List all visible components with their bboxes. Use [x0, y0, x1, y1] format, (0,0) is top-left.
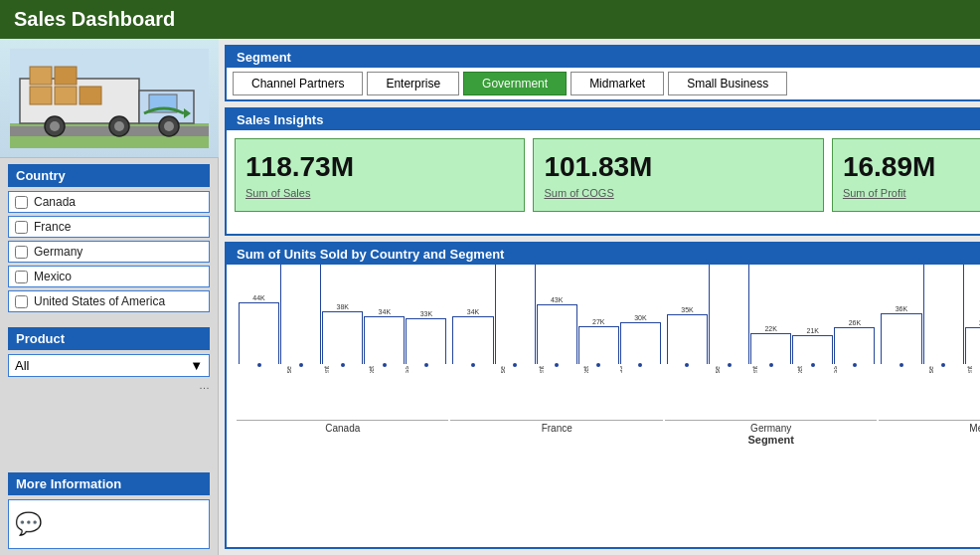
- bar-dot: [941, 363, 945, 367]
- profit-card: 16.89M Sum of Profit: [832, 138, 980, 212]
- chart-header: Sum of Units Sold by Country and Segment: [227, 244, 980, 265]
- country-label: Country: [8, 164, 210, 187]
- bar-dot: [471, 363, 475, 367]
- bar: [239, 302, 279, 364]
- svg-point-7: [50, 121, 60, 131]
- bar-dot: [555, 363, 559, 367]
- bar: [578, 326, 619, 364]
- germany-checkbox[interactable]: [15, 246, 28, 259]
- sales-insights: Sales Insights 118.73M Sum of Sales 101.…: [225, 107, 980, 236]
- bar-top-label: 43K: [551, 296, 563, 303]
- country-filter: Country Canada France Germany Mexico: [0, 158, 218, 321]
- bar: [965, 327, 980, 364]
- segment-section: Segment Channel Partners Enterprise Gove…: [225, 45, 980, 101]
- chat-box[interactable]: 💬: [8, 499, 210, 549]
- mexico-checkbox[interactable]: [15, 271, 28, 283]
- bar: [620, 322, 661, 364]
- x-axis-label: Enterprise: [714, 366, 721, 373]
- x-axis-label: Enterprise: [285, 366, 292, 373]
- x-axis-label: Small Business: [620, 366, 624, 373]
- x-axis-label: Midmarket: [368, 366, 375, 373]
- bar: [537, 304, 577, 364]
- bar: [322, 311, 363, 364]
- product-more-icon[interactable]: …: [199, 379, 210, 391]
- bar-top-label: 38K: [337, 303, 349, 310]
- country-group-0: 44K98K38K34K33KChannel PartnersEnterpris…: [237, 265, 448, 434]
- tab-channel-partners[interactable]: Channel Partners: [233, 72, 363, 95]
- tab-government[interactable]: Government: [463, 72, 567, 95]
- product-label: Product: [8, 327, 210, 350]
- bar-dot: [811, 363, 815, 367]
- bar: [406, 318, 446, 364]
- mexico-label: Mexico: [34, 270, 72, 283]
- country-germany[interactable]: Germany: [8, 241, 210, 263]
- canada-checkbox[interactable]: [15, 196, 28, 209]
- bar-top-label: 27K: [592, 318, 604, 325]
- x-axis-label: Small Business: [406, 366, 409, 373]
- bar-wrap: 92K: [923, 265, 964, 364]
- tab-enterprise[interactable]: Enterprise: [367, 72, 459, 95]
- bar-wrap: 26K: [965, 319, 980, 364]
- bar: [495, 265, 536, 364]
- product-select[interactable]: All ▼: [8, 354, 210, 377]
- country-name-label: Germany: [665, 420, 877, 434]
- country-usa[interactable]: United States of America: [8, 290, 210, 312]
- usa-checkbox[interactable]: [15, 295, 28, 308]
- middle-row: Sales Insights 118.73M Sum of Sales 101.…: [225, 107, 980, 236]
- segment-header: Segment: [227, 47, 980, 68]
- bar-wrap: 34K: [364, 308, 405, 364]
- bar: [452, 316, 493, 364]
- right-panel: Segment Channel Partners Enterprise Gove…: [219, 39, 980, 555]
- bar-wrap: 38K: [322, 303, 363, 364]
- cogs-value: 101.83M: [544, 151, 812, 183]
- svg-rect-16: [55, 67, 77, 85]
- france-checkbox[interactable]: [15, 221, 28, 234]
- bar: [881, 313, 921, 364]
- bar-wrap: 22K: [750, 325, 791, 364]
- tab-midmarket[interactable]: Midmarket: [571, 72, 664, 95]
- bar-dot: [383, 363, 387, 367]
- bar: [709, 265, 749, 364]
- bar: [834, 327, 875, 364]
- bar-wrap: 105K: [495, 265, 536, 364]
- bar-dot: [685, 363, 689, 367]
- country-name-label: Mexico: [879, 420, 980, 434]
- svg-point-11: [164, 121, 174, 131]
- svg-rect-13: [55, 87, 77, 104]
- more-info-section: More Information 💬: [0, 466, 218, 555]
- bar-dot: [853, 363, 857, 367]
- chevron-down-icon: ▼: [190, 358, 203, 373]
- x-axis-label: Government: [966, 366, 973, 373]
- bar: [280, 265, 321, 364]
- x-axis-label: Small Business: [834, 366, 838, 373]
- tab-small-business[interactable]: Small Business: [668, 72, 787, 95]
- usa-label: United States of America: [34, 294, 165, 308]
- dashboard: Sales Dashboard: [0, 0, 980, 555]
- x-axis-label: Government: [538, 366, 545, 373]
- country-canada[interactable]: Canada: [8, 191, 210, 213]
- bar-dot: [638, 363, 642, 367]
- bar-wrap: 43K: [537, 296, 577, 364]
- profit-label: Sum of Profit: [843, 187, 980, 199]
- bar-top-label: 44K: [252, 294, 264, 301]
- bar: [923, 265, 964, 364]
- bar-top-label: 35K: [681, 306, 693, 313]
- country-france[interactable]: France: [8, 216, 210, 238]
- bar-wrap: 44K: [239, 294, 279, 364]
- canada-label: Canada: [34, 195, 76, 209]
- bar-dot: [257, 363, 261, 367]
- segment-tabs: Channel Partners Enterprise Government M…: [227, 68, 980, 99]
- bar-top-label: 26K: [849, 319, 861, 326]
- product-filter: Product All ▼ …: [0, 321, 218, 397]
- bar-top-label: 36K: [896, 305, 907, 312]
- chat-icon: 💬: [15, 511, 42, 537]
- country-mexico[interactable]: Mexico: [8, 266, 210, 287]
- dashboard-title: Sales Dashboard: [14, 8, 175, 30]
- x-axis-label: Enterprise: [927, 366, 934, 373]
- truck-image: [0, 39, 219, 158]
- bar-dot: [513, 363, 517, 367]
- bar-wrap: 27K: [578, 318, 619, 364]
- svg-rect-12: [30, 87, 52, 104]
- x-axis-label: Government: [751, 366, 758, 373]
- country-name-label: Canada: [237, 420, 448, 434]
